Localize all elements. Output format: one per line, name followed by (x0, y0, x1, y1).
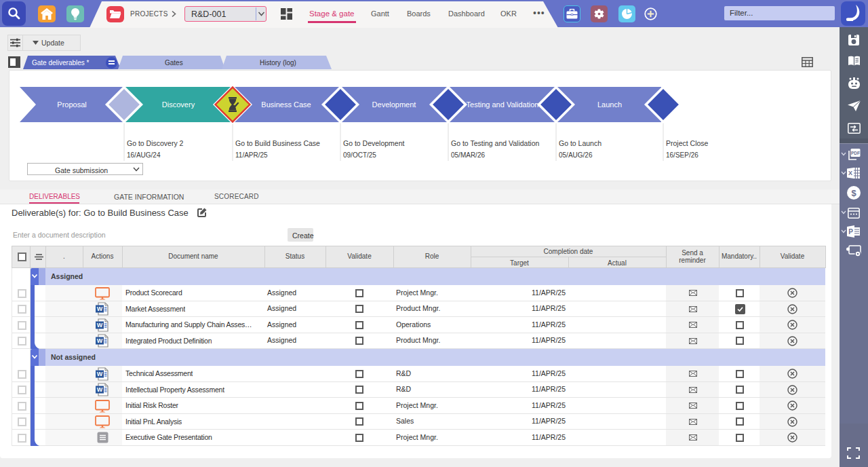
svg-text:W: W (97, 306, 103, 313)
svg-text:W: W (97, 387, 103, 394)
svg-text:PDF: PDF (851, 151, 860, 155)
svg-text:W: W (97, 322, 103, 329)
svg-text:$: $ (851, 188, 856, 198)
svg-text:W: W (97, 371, 103, 377)
svg-text:X: X (848, 170, 852, 176)
svg-text:W: W (97, 338, 103, 345)
svg-text:P: P (848, 228, 853, 236)
